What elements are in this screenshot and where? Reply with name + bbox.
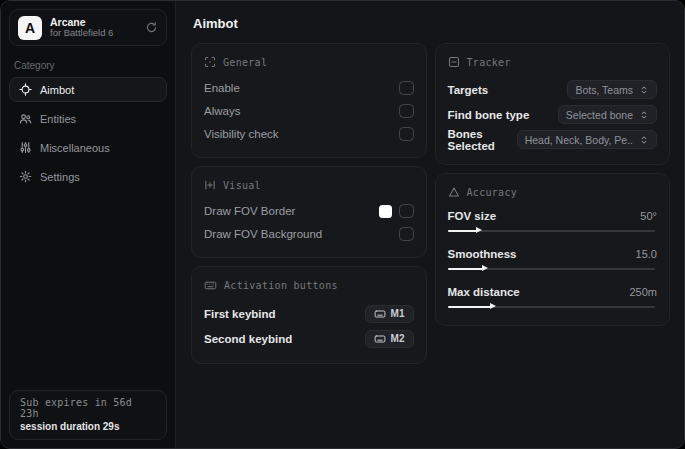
slider-thumb[interactable]	[476, 227, 482, 233]
keyboard-icon	[374, 308, 386, 320]
card-title: Tracker	[467, 57, 511, 68]
subscription-card: Sub expires in 56d 23h session duration …	[9, 390, 167, 440]
right-column: Tracker Targets Bots, Teams	[435, 43, 671, 326]
always-checkbox[interactable]	[399, 104, 414, 118]
unfold-icon	[639, 85, 649, 95]
bones-selected-select[interactable]: Head, Neck, Body, Pe..	[517, 130, 657, 149]
scan-icon	[204, 56, 216, 68]
card-title: Activation buttons	[224, 280, 338, 291]
slider-value: 15.0	[636, 248, 657, 260]
keybind-value: M2	[391, 333, 405, 344]
setting-row: Enable	[204, 77, 414, 99]
slider-row: Smoothness 15.0	[448, 245, 658, 273]
sidebar-item-aimbot[interactable]: Aimbot	[9, 77, 167, 102]
second-keybind-button[interactable]: M2	[365, 330, 414, 348]
setting-label: Always	[204, 105, 240, 117]
slider-fill	[448, 268, 484, 270]
draw-fov-border-checkbox[interactable]	[399, 204, 414, 218]
card-title: Visual	[223, 180, 261, 191]
sidebar-item-label: Entities	[40, 113, 76, 125]
sidebar-item-miscellaneous[interactable]: Miscellaneous	[9, 135, 167, 160]
sub-expires-text: Sub expires in 56d 23h	[20, 397, 156, 419]
setting-label: Find bone type	[448, 109, 530, 121]
crosshair-icon	[19, 83, 32, 96]
keyboard-icon	[204, 279, 217, 292]
slider-fill	[448, 230, 477, 232]
setting-label: Visibility check	[204, 128, 279, 140]
enable-checkbox[interactable]	[399, 81, 414, 95]
setting-label: Targets	[448, 84, 489, 96]
fov-size-slider[interactable]	[448, 226, 658, 235]
sidebar-item-entities[interactable]: Entities	[9, 106, 167, 131]
setting-label: Draw FOV Background	[204, 228, 322, 240]
unfold-icon	[639, 135, 649, 145]
entities-icon	[19, 112, 32, 125]
setting-row: Always	[204, 100, 414, 122]
tracker-icon	[448, 56, 460, 68]
sidebar-item-label: Miscellaneous	[40, 142, 110, 154]
setting-row: First keybind M1	[204, 301, 414, 326]
sidebar-item-settings[interactable]: Settings	[9, 164, 167, 189]
targets-select[interactable]: Bots, Teams	[567, 80, 657, 99]
draw-fov-background-checkbox[interactable]	[399, 227, 414, 241]
session-duration-text: session duration 29s	[20, 421, 156, 432]
triangle-icon	[448, 186, 460, 198]
visual-icon	[204, 179, 216, 191]
find-bone-type-select[interactable]: Selected bone	[558, 105, 657, 124]
tracker-card: Tracker Targets Bots, Teams	[435, 43, 671, 165]
setting-row: Visibility check	[204, 123, 414, 145]
slider-value: 50°	[640, 210, 657, 222]
select-value: Head, Neck, Body, Pe..	[525, 134, 633, 146]
card-title: General	[223, 57, 267, 68]
slider-fill	[448, 306, 492, 308]
refresh-icon[interactable]	[145, 21, 158, 34]
sidebar-item-label: Settings	[40, 171, 80, 183]
app-logo: A	[18, 16, 42, 40]
select-value: Selected bone	[566, 109, 633, 121]
slider-thumb[interactable]	[482, 265, 488, 271]
setting-label: Smoothness	[448, 248, 517, 260]
setting-label: Max distance	[448, 286, 520, 298]
visual-card: Visual Draw FOV Border Draw FOV Backgrou…	[191, 166, 427, 258]
card-title: Accuracy	[467, 187, 518, 198]
setting-label: FOV size	[448, 210, 497, 222]
setting-label: Bones Selected	[448, 128, 517, 152]
max-distance-slider[interactable]	[448, 302, 658, 311]
page-title: Aimbot	[193, 16, 670, 31]
setting-row: Draw FOV Border	[204, 200, 414, 222]
accuracy-card: Accuracy FOV size 50°	[435, 173, 671, 326]
slider-thumb[interactable]	[490, 303, 496, 309]
setting-row: Targets Bots, Teams	[448, 77, 658, 102]
select-value: Bots, Teams	[575, 84, 633, 96]
visibility-check-checkbox[interactable]	[399, 127, 414, 141]
gear-icon	[19, 170, 32, 183]
sidebar-item-label: Aimbot	[40, 84, 74, 96]
setting-label: Enable	[204, 82, 240, 94]
general-card: General Enable Always Visibility check	[191, 43, 427, 158]
setting-row: Bones Selected Head, Neck, Body, Pe..	[448, 127, 658, 152]
sliders-icon	[19, 141, 32, 154]
app-header: A Arcane for Battlefield 6	[9, 9, 167, 46]
setting-label: Draw FOV Border	[204, 205, 295, 217]
first-keybind-button[interactable]: M1	[365, 305, 414, 323]
main-panel: Aimbot General Enable	[177, 1, 684, 448]
keybind-value: M1	[391, 308, 405, 319]
setting-row: Draw FOV Background	[204, 223, 414, 245]
unfold-icon	[639, 110, 649, 120]
app-window: A Arcane for Battlefield 6 Category Aimb…	[0, 0, 685, 449]
app-subtitle: for Battlefield 6	[50, 28, 137, 39]
slider-row: Max distance 250m	[448, 283, 658, 311]
left-column: General Enable Always Visibility check	[191, 43, 427, 364]
fov-border-color-swatch[interactable]	[379, 205, 392, 218]
setting-label: Second keybind	[204, 333, 292, 345]
setting-row: Second keybind M2	[204, 326, 414, 351]
slider-row: FOV size 50°	[448, 207, 658, 235]
activation-card: Activation buttons First keybind M1	[191, 266, 427, 364]
setting-label: First keybind	[204, 308, 276, 320]
slider-value: 250m	[629, 286, 657, 298]
category-label: Category	[14, 60, 162, 71]
sidebar-nav: Aimbot Entities Miscellaneous	[1, 77, 175, 189]
setting-row: Find bone type Selected bone	[448, 102, 658, 127]
keyboard-icon	[374, 333, 386, 345]
smoothness-slider[interactable]	[448, 264, 658, 273]
